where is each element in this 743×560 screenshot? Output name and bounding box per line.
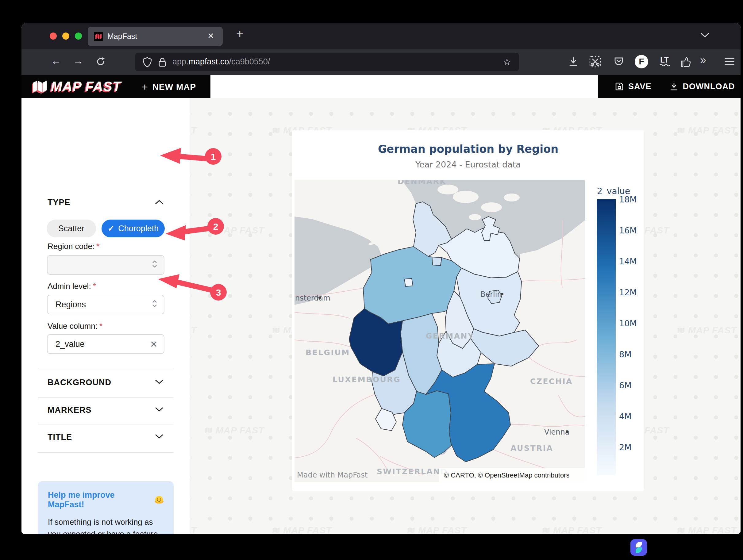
legend-tick-label: 2M	[619, 442, 631, 452]
new-map-label: NEW MAP	[152, 82, 196, 92]
clear-value-icon[interactable]: ✕	[150, 339, 158, 349]
app-header-left: MAP FAST + NEW MAP	[21, 75, 211, 98]
state-bremen[interactable]	[404, 278, 413, 286]
admin-level-select[interactable]: Regions	[47, 295, 165, 314]
region-code-label: Region code:*	[48, 242, 99, 251]
divider	[38, 452, 174, 453]
check-icon: ✓	[108, 224, 115, 233]
app-content: TYPE Scatter ✓ Choropleth Region code:* …	[21, 98, 741, 534]
screenshot-scissors-icon[interactable]	[587, 54, 603, 69]
section-heading-background: BACKGROUND	[48, 378, 112, 387]
download-icon	[669, 82, 679, 91]
select-updown-chevron-icon	[151, 260, 158, 271]
legend-tick-label: 18M	[619, 195, 637, 204]
mapfast-watermark: MAP FAST	[407, 525, 467, 534]
download-label: DOWNLOAD	[683, 82, 735, 91]
new-tab-button[interactable]: +	[236, 27, 243, 41]
mapfast-watermark: MAP FAST	[677, 125, 737, 136]
legend-tick-label: 10M	[619, 319, 637, 328]
reload-button[interactable]	[93, 54, 108, 69]
map-title: German population by Region	[292, 143, 644, 155]
scatter-toggle-button[interactable]: Scatter	[47, 220, 96, 237]
country-label: GERMANY	[426, 331, 474, 340]
choropleth-toggle-button[interactable]: ✓ Choropleth	[101, 220, 165, 237]
url-prefix: app.	[172, 57, 189, 66]
url-text[interactable]: app.mapfast.co/ca9b0550/	[172, 57, 270, 66]
legend-tick-label: 12M	[619, 288, 637, 297]
downloads-icon[interactable]	[565, 54, 581, 69]
country-label: LUXEMBOURG	[333, 375, 401, 384]
mapfast-favicon-icon	[94, 32, 103, 41]
languagetool-extension-icon[interactable]: LT	[656, 54, 672, 69]
divider	[38, 424, 174, 424]
admin-level-value: Regions	[55, 300, 86, 310]
city-label: Vienna	[544, 428, 569, 436]
markers-collapse-chevron-down-icon[interactable]	[155, 407, 164, 413]
city-label: Berlin	[480, 290, 502, 299]
section-heading-type: TYPE	[48, 198, 71, 207]
legend-tick-label: 6M	[619, 381, 631, 390]
admin-level-label: Admin level:*	[48, 282, 96, 291]
close-window-button[interactable]	[50, 33, 57, 40]
country-label: DENMARK	[398, 180, 446, 186]
legend-colorbar	[597, 199, 616, 475]
legend-tick-label: 14M	[619, 257, 637, 266]
mapfast-logo[interactable]: MAP FAST	[32, 79, 121, 94]
made-with-label: Made with MapFast	[297, 471, 367, 479]
profile-avatar-icon[interactable]: F	[633, 54, 649, 69]
legend-tick-label: 4M	[619, 412, 631, 421]
value-column-input[interactable]: 2_value ✕	[47, 334, 165, 354]
choropleth-map[interactable]: DENMARKGERMANYBELGIUMLUXEMBOURGCZECHIAAU…	[295, 180, 585, 482]
type-collapse-chevron-up-icon[interactable]	[155, 199, 164, 206]
value-column-label: Value column:*	[48, 321, 102, 331]
divider	[38, 398, 174, 398]
overflow-chevrons-icon[interactable]: »	[700, 54, 706, 66]
back-button[interactable]: ←	[51, 55, 61, 67]
mapfast-watermark: MAP FAST	[191, 525, 197, 534]
background-collapse-chevron-down-icon[interactable]	[155, 379, 164, 386]
menu-hamburger-icon[interactable]	[722, 54, 738, 69]
list-tabs-chevron-icon[interactable]	[699, 32, 710, 40]
mapfast-watermark: MAP FAST	[677, 525, 737, 534]
mapfast-watermark: MAP FAST	[191, 125, 197, 136]
divider	[38, 370, 174, 370]
map-attribution: © CARTO, © OpenStreetMap contributors	[444, 471, 569, 479]
tab-close-icon[interactable]: ✕	[207, 31, 214, 41]
mapfast-watermark: MAP FAST	[272, 525, 332, 534]
pocket-icon[interactable]	[611, 54, 627, 69]
mapfast-watermark: MAP FAST	[205, 425, 264, 435]
download-button[interactable]: DOWNLOAD	[669, 82, 735, 91]
hugging-face-emoji-icon	[155, 495, 164, 505]
logo-text: MAP FAST	[51, 79, 121, 94]
country-label: SWITZERLAND	[377, 467, 447, 476]
app-header-right: SAVE DOWNLOAD	[598, 75, 741, 98]
country-label: CZECHIA	[530, 377, 573, 386]
save-button[interactable]: SAVE	[615, 82, 652, 91]
section-heading-markers: MARKERS	[48, 406, 92, 415]
state-hamburg[interactable]	[432, 257, 442, 266]
mapfast-watermark: MAP FAST	[191, 325, 197, 335]
region-code-select[interactable]	[47, 255, 165, 275]
dock-app-icon[interactable]	[630, 539, 647, 556]
tab-strip: MapFast ✕ +	[21, 23, 741, 49]
extension-thumb-icon[interactable]	[678, 54, 694, 69]
navigation-toolbar: ← → app.mapfast.co/ca9b0550/ ☆ F	[21, 49, 741, 75]
choropleth-label: Choropleth	[118, 224, 159, 233]
new-map-button[interactable]: + NEW MAP	[142, 81, 196, 93]
value-column-value: 2_value	[55, 339, 85, 349]
tracking-shield-icon[interactable]	[142, 57, 152, 69]
title-collapse-chevron-down-icon[interactable]	[155, 434, 164, 440]
zoom-window-button[interactable]	[75, 33, 82, 40]
help-box-title: Help me improve MapFast!	[48, 491, 164, 509]
lock-icon[interactable]	[158, 57, 167, 69]
help-box: Help me improve MapFast! If something is…	[38, 481, 174, 534]
legend-tick-label: 16M	[619, 226, 637, 235]
minimize-window-button[interactable]	[62, 33, 69, 40]
url-bar[interactable]: app.mapfast.co/ca9b0550/ ☆	[135, 53, 519, 71]
tab-mapfast[interactable]: MapFast ✕	[88, 27, 223, 46]
bookmark-star-icon[interactable]: ☆	[503, 56, 511, 67]
country-label: BELGIUM	[306, 348, 350, 357]
mapfast-watermark: MAP FAST	[205, 225, 264, 236]
forward-button[interactable]: →	[73, 55, 83, 67]
plus-icon: +	[142, 81, 148, 93]
